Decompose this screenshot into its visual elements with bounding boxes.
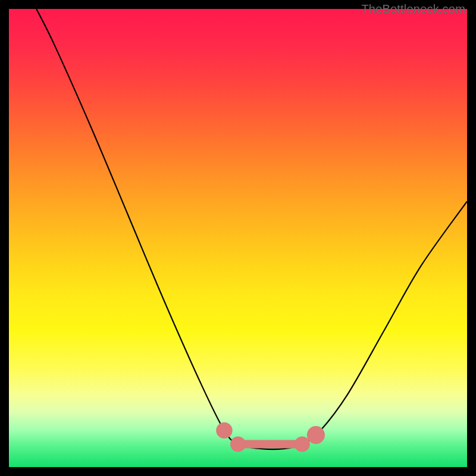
marker-flat-band-left <box>230 436 246 452</box>
bottleneck-curve <box>36 9 467 449</box>
marker-right-dot <box>307 426 325 444</box>
chart-svg <box>9 9 467 467</box>
marker-left-dot <box>216 422 232 439</box>
marker-group <box>216 422 325 452</box>
marker-flat-band-right <box>295 436 310 452</box>
